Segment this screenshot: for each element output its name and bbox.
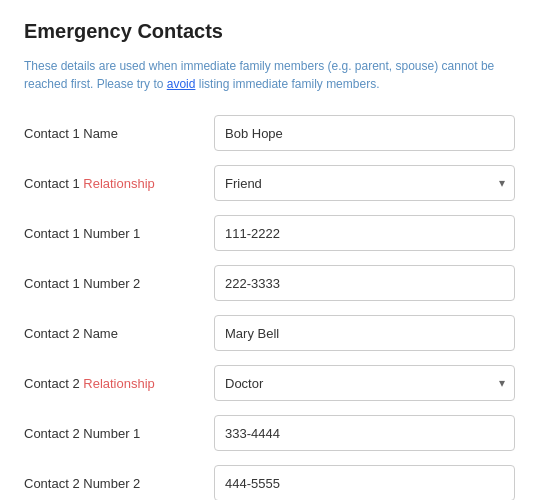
contact2-relationship-select[interactable]: Friend Doctor Colleague Neighbour Other xyxy=(214,365,515,401)
contact1-number1-input[interactable] xyxy=(214,215,515,251)
contact1-relationship-label-highlight: Relationship xyxy=(83,176,155,191)
contact1-number2-wrapper xyxy=(214,265,515,301)
contact2-relationship-label-part1: Contact 2 xyxy=(24,376,83,391)
contact2-number1-wrapper xyxy=(214,415,515,451)
contact2-number2-row: Contact 2 Number 2 xyxy=(24,465,515,500)
page-title: Emergency Contacts xyxy=(24,20,515,43)
contact2-name-label: Contact 2 Name xyxy=(24,326,214,341)
contact2-name-wrapper xyxy=(214,315,515,351)
contact1-relationship-label: Contact 1 Relationship xyxy=(24,176,214,191)
contact1-name-input[interactable] xyxy=(214,115,515,151)
contact2-number2-label: Contact 2 Number 2 xyxy=(24,476,214,491)
contact1-relationship-select[interactable]: Friend Doctor Colleague Neighbour Other xyxy=(214,165,515,201)
contact2-number2-input[interactable] xyxy=(214,465,515,500)
contact1-name-label: Contact 1 Name xyxy=(24,126,214,141)
contact1-relationship-label-part1: Contact 1 xyxy=(24,176,83,191)
contact1-relationship-select-wrapper: Friend Doctor Colleague Neighbour Other … xyxy=(214,165,515,201)
contact2-number1-input[interactable] xyxy=(214,415,515,451)
contact1-number2-label: Contact 1 Number 2 xyxy=(24,276,214,291)
contact2-relationship-wrapper: Friend Doctor Colleague Neighbour Other … xyxy=(214,365,515,401)
contact1-number1-wrapper xyxy=(214,215,515,251)
contact2-number1-label: Contact 2 Number 1 xyxy=(24,426,214,441)
info-text: These details are used when immediate fa… xyxy=(24,57,515,93)
contact1-number2-input[interactable] xyxy=(214,265,515,301)
contact2-name-row: Contact 2 Name xyxy=(24,315,515,351)
avoid-link[interactable]: avoid xyxy=(167,77,196,91)
contact1-relationship-row: Contact 1 Relationship Friend Doctor Col… xyxy=(24,165,515,201)
contact1-number1-label: Contact 1 Number 1 xyxy=(24,226,214,241)
contact1-name-wrapper xyxy=(214,115,515,151)
contact2-number2-wrapper xyxy=(214,465,515,500)
contact2-relationship-select-wrapper: Friend Doctor Colleague Neighbour Other … xyxy=(214,365,515,401)
contact2-name-input[interactable] xyxy=(214,315,515,351)
contact1-name-row: Contact 1 Name xyxy=(24,115,515,151)
contact2-relationship-label: Contact 2 Relationship xyxy=(24,376,214,391)
contact1-number1-row: Contact 1 Number 1 xyxy=(24,215,515,251)
contact1-number2-row: Contact 1 Number 2 xyxy=(24,265,515,301)
contact1-relationship-wrapper: Friend Doctor Colleague Neighbour Other … xyxy=(214,165,515,201)
contact2-relationship-label-highlight: Relationship xyxy=(83,376,155,391)
contact2-number1-row: Contact 2 Number 1 xyxy=(24,415,515,451)
contact2-relationship-row: Contact 2 Relationship Friend Doctor Col… xyxy=(24,365,515,401)
page-container: Emergency Contacts These details are use… xyxy=(0,0,539,500)
info-text-part2: listing immediate family members. xyxy=(195,77,379,91)
